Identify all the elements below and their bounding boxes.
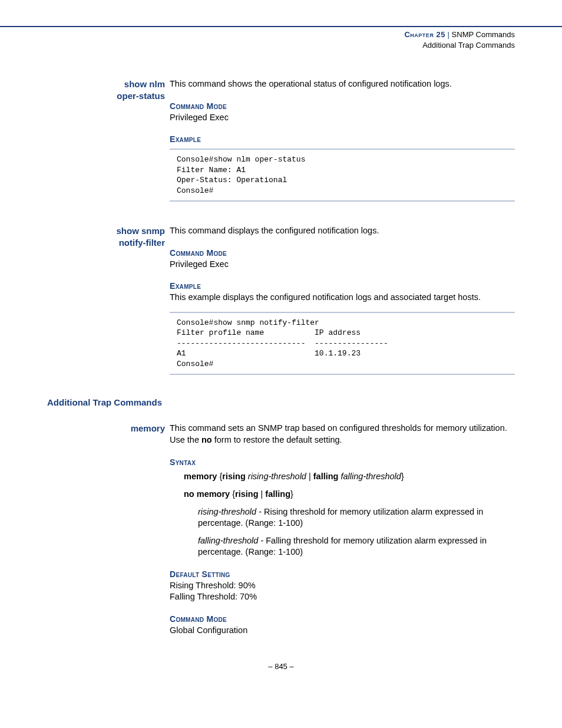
command-mode-value: Global Configuration — [170, 625, 515, 637]
syntax-line-2: no memory {rising | falling} — [170, 489, 515, 500]
syntax-line-1: memory {rising rising-threshold | fallin… — [170, 471, 515, 483]
page-number: – 845 – — [0, 662, 562, 689]
example-label: Example — [170, 134, 515, 145]
header-subtitle: Additional Trap Commands — [422, 41, 515, 50]
command-name: memory — [47, 423, 170, 434]
code-example: Console#show snmp notify-filter Filter p… — [170, 312, 515, 375]
chapter-title: SNMP Commands — [452, 30, 515, 39]
syntax-label: Syntax — [170, 457, 515, 468]
command-mode-label: Command Mode — [170, 101, 515, 112]
header-separator: | — [448, 30, 449, 39]
command-description: This command displays the configured not… — [170, 225, 515, 237]
command-block-memory: memory This command sets an SNMP trap ba… — [47, 423, 515, 636]
default-setting-label: Default Setting — [170, 569, 515, 580]
page-header: Chapter 25 | SNMP Commands Additional Tr… — [0, 27, 562, 50]
example-text: This example displays the configured not… — [170, 292, 515, 304]
command-mode-label: Command Mode — [170, 614, 515, 625]
command-name: show snmp notify-filter — [47, 225, 170, 249]
command-description: This command sets an SNMP trap based on … — [170, 423, 515, 446]
command-mode-value: Privileged Exec — [170, 112, 515, 124]
command-description: This command shows the operational statu… — [170, 78, 515, 90]
param-falling: falling-threshold - Falling threshold fo… — [170, 535, 515, 558]
code-example: Console#show nlm oper-status Filter Name… — [170, 149, 515, 202]
example-label: Example — [170, 281, 515, 292]
command-mode-label: Command Mode — [170, 248, 515, 259]
command-block-show-nlm: show nlm oper-status This command shows … — [47, 78, 515, 202]
default-falling: Falling Threshold: 70% — [170, 591, 515, 603]
param-rising: rising-threshold - Rising threshold for … — [170, 506, 515, 529]
section-heading: Additional Trap Commands — [47, 397, 515, 407]
command-name: show nlm oper-status — [47, 78, 170, 103]
command-mode-value: Privileged Exec — [170, 259, 515, 271]
command-block-show-snmp: show snmp notify-filter This command dis… — [47, 225, 515, 375]
page-content: show nlm oper-status This command shows … — [0, 50, 562, 636]
chapter-label: Chapter 25 — [404, 30, 445, 39]
default-rising: Rising Threshold: 90% — [170, 580, 515, 592]
